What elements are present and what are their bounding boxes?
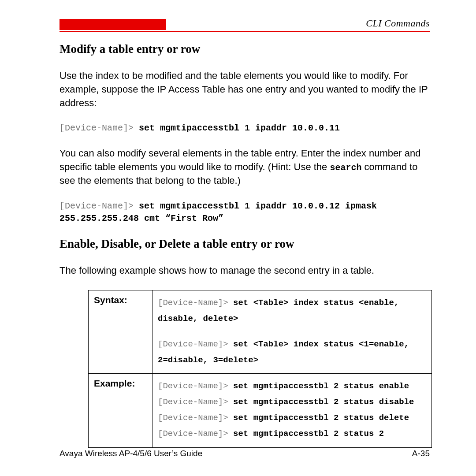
ex4-command: set mgmtipaccesstbl 2 status 2 <box>233 429 384 439</box>
cmd1-command: set mgmtipaccesstbl 1 ipaddr 10.0.0.11 <box>139 123 340 133</box>
cmd2-prompt: [Device-Name]> <box>60 201 139 211</box>
ex1-command: set mgmtipaccesstbl 2 status enable <box>233 381 409 391</box>
example-line-1: [Device-Name]> set mgmtipaccesstbl 2 sta… <box>158 378 426 394</box>
ex1-prompt: [Device-Name]> <box>158 381 233 391</box>
section2-title: Enable, Disable, or Delete a table entry… <box>60 237 430 251</box>
syntax-block-1: [Device-Name]> set <Table> index status … <box>158 295 426 327</box>
example-line-3: [Device-Name]> set mgmtipaccesstbl 2 sta… <box>158 410 426 426</box>
footer-page-number: A-35 <box>412 449 430 458</box>
header-rule <box>60 31 430 32</box>
ex3-command: set mgmtipaccesstbl 2 status delete <box>233 413 409 423</box>
table-row: Example: [Device-Name]> set mgmtipaccess… <box>89 374 432 447</box>
example-content-cell: [Device-Name]> set mgmtipaccesstbl 2 sta… <box>152 374 432 447</box>
footer-title: Avaya Wireless AP-4/5/6 User’s Guide <box>60 449 202 458</box>
syntax-content-cell: [Device-Name]> set <Table> index status … <box>152 290 432 373</box>
cmd-block-1: [Device-Name]> set mgmtipaccesstbl 1 ipa… <box>60 122 430 134</box>
cmd2-command-line1: set mgmtipaccesstbl 1 ipaddr 10.0.0.12 i… <box>139 201 377 211</box>
ex2-prompt: [Device-Name]> <box>158 397 233 407</box>
header-row: CLI Commands <box>60 18 430 30</box>
syntax-table: Syntax: [Device-Name]> set <Table> index… <box>88 290 432 448</box>
page: CLI Commands Modify a table entry or row… <box>0 0 476 476</box>
example-label-cell: Example: <box>89 374 152 447</box>
cmd-block-2: [Device-Name]> set mgmtipaccesstbl 1 ipa… <box>60 200 430 225</box>
syntax1-prompt: [Device-Name]> <box>158 298 233 308</box>
ex2-command: set mgmtipaccesstbl 2 status disable <box>233 397 414 407</box>
cmd2-command-line2: 255.255.255.248 cmt “First Row” <box>60 213 223 223</box>
section1-title: Modify a table entry or row <box>60 42 430 56</box>
syntax2-prompt: [Device-Name]> <box>158 339 233 349</box>
header-section-label: CLI Commands <box>366 18 430 30</box>
table-row: Syntax: [Device-Name]> set <Table> index… <box>89 290 432 373</box>
header-red-bar <box>60 19 166 30</box>
ex4-prompt: [Device-Name]> <box>158 429 233 439</box>
cmd1-prompt: [Device-Name]> <box>60 123 139 133</box>
para2-mono: search <box>330 163 361 173</box>
footer: Avaya Wireless AP-4/5/6 User’s Guide A-3… <box>60 449 430 458</box>
syntax-block-2: [Device-Name]> set <Table> index status … <box>158 336 426 368</box>
section1-para1: Use the index to be modified and the tab… <box>60 69 430 110</box>
example-line-2: [Device-Name]> set mgmtipaccesstbl 2 sta… <box>158 394 426 410</box>
syntax-label-cell: Syntax: <box>89 290 152 373</box>
ex3-prompt: [Device-Name]> <box>158 413 233 423</box>
example-line-4: [Device-Name]> set mgmtipaccesstbl 2 sta… <box>158 426 426 442</box>
section1-para2: You can also modify several elements in … <box>60 147 430 188</box>
section2-para1: The following example shows how to manag… <box>60 264 430 278</box>
